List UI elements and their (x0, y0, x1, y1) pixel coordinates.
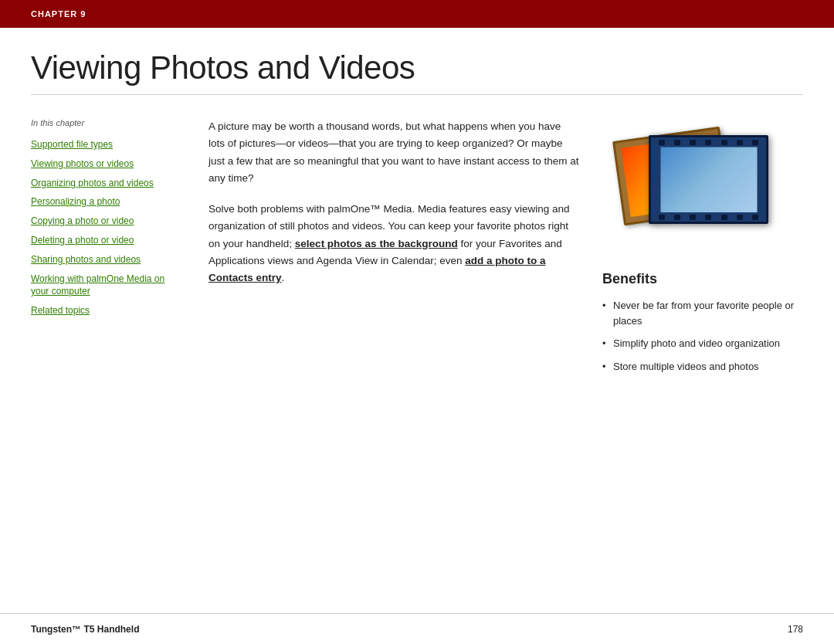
brand-name: Tungsten™ T5 (31, 624, 94, 635)
title-divider (31, 94, 803, 95)
sidebar-link-organizing-photos[interactable]: Organizing photos and videos (31, 177, 170, 190)
intro-paragraph: A picture may be worth a thousand words,… (208, 118, 579, 187)
header-bar: CHAPTER 9 (0, 0, 834, 28)
sidebar: In this chapter Supported file types Vie… (31, 118, 185, 381)
benefits-section: Benefits Never be far from your favorite… (602, 271, 803, 381)
in-this-chapter-label: In this chapter (31, 118, 170, 127)
sidebar-link-related-topics[interactable]: Related topics (31, 304, 170, 317)
sidebar-link-working-with-palmone[interactable]: Working with palmOne Media on your compu… (31, 273, 170, 299)
film-perforations-bottom (651, 212, 766, 222)
content-area: In this chapter Supported file types Vie… (0, 118, 834, 381)
sidebar-link-personalizing-photo[interactable]: Personalizing a photo (31, 195, 170, 208)
benefit-item-1: Never be far from your favorite people o… (602, 298, 803, 328)
film-perforations-top (651, 137, 766, 147)
main-content: A picture may be worth a thousand words,… (185, 118, 602, 381)
benefits-title: Benefits (602, 271, 803, 287)
sidebar-link-copying-photo[interactable]: Copying a photo or video (31, 215, 170, 228)
benefit-item-3: Store multiple videos and photos (602, 359, 803, 375)
page-footer: Tungsten™ T5 Handheld 178 (0, 613, 834, 644)
sidebar-link-viewing-photos[interactable]: Viewing photos or videos (31, 158, 170, 171)
film-strip-icon (649, 135, 768, 224)
media-icon-illustration (610, 118, 780, 257)
sidebar-link-deleting-photo[interactable]: Deleting a photo or video (31, 234, 170, 247)
page-title: Viewing Photos and Videos (0, 28, 834, 94)
select-photos-link[interactable]: select photos as the background (295, 238, 458, 249)
solve-paragraph: Solve both problems with palmOne™ Media.… (208, 201, 579, 286)
benefit-item-2: Simplify photo and video organization (602, 336, 803, 351)
film-inner (660, 147, 757, 212)
footer-page-number: 178 (788, 624, 803, 635)
sidebar-link-supported-file-types[interactable]: Supported file types (31, 138, 170, 151)
benefits-list: Never be far from your favorite people o… (602, 298, 803, 374)
footer-brand: Tungsten™ T5 Handheld (31, 624, 139, 635)
sidebar-link-sharing-photos[interactable]: Sharing photos and videos (31, 253, 170, 266)
right-column: Benefits Never be far from your favorite… (602, 118, 803, 381)
chapter-label: CHAPTER 9 (31, 9, 86, 19)
